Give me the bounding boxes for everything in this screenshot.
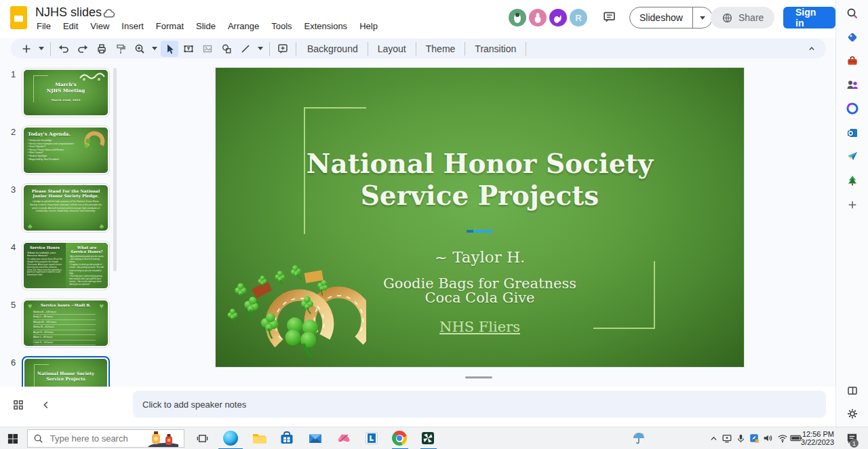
avatar-penguin[interactable]	[509, 9, 526, 26]
action-center-icon[interactable]: 1	[844, 430, 860, 446]
slide-number: 1	[11, 69, 16, 79]
thumb3-title: Please Stand For the National Junior Hon…	[29, 189, 102, 198]
slide-thumbnail-5[interactable]: ♥ ♥ Service hours ~Madi B. Mathew B – 14…	[22, 298, 110, 348]
screen: NJHS slides FileEditViewInsertFormatSlid…	[0, 0, 868, 449]
taskbar-clock[interactable]: 12:56 PM 3/22/2023	[801, 430, 834, 446]
microsoft-store-icon[interactable]	[279, 430, 295, 446]
toolbar-text-button[interactable]: Background	[300, 41, 365, 56]
toolbar-text-buttons: BackgroundLayoutThemeTransition	[300, 41, 529, 56]
toolbar-text-button[interactable]: Transition	[468, 41, 523, 56]
slide-thumbnail-6-selected[interactable]: National Honor Society Service Projects	[22, 356, 110, 387]
stpatricks-banner-decoration	[79, 71, 106, 82]
slide-title[interactable]: National Honor Society Service Projects	[216, 148, 744, 212]
paint-format-icon[interactable]	[112, 41, 130, 57]
zoom-dropdown-icon[interactable]	[150, 41, 159, 57]
menu-item[interactable]: View	[85, 19, 115, 33]
avatar-purple[interactable]	[549, 9, 567, 26]
grid-view-icon[interactable]	[12, 399, 24, 414]
outlook-icon[interactable]	[846, 126, 859, 140]
file-explorer-icon[interactable]	[251, 430, 267, 446]
sidebar-panel-icon[interactable]	[846, 384, 859, 397]
pinwheel-app-icon[interactable]	[420, 430, 436, 446]
avatar-r[interactable]: R	[570, 9, 587, 26]
windows-taskbar: Rain coming 12:56 PM 3/22/2023 1	[0, 427, 868, 449]
edge-browser-icon[interactable]	[222, 430, 239, 446]
line-dropdown-icon[interactable]	[256, 41, 265, 57]
speaker-notes-input[interactable]: Click to add speaker notes	[133, 391, 826, 418]
menu-item[interactable]: Help	[354, 19, 383, 33]
textbox-icon[interactable]	[180, 41, 197, 57]
copilot-icon[interactable]	[846, 102, 859, 115]
document-title[interactable]: NJHS slides	[35, 5, 102, 20]
toolbar-text-button[interactable]: Theme	[419, 41, 462, 56]
l-app-icon[interactable]	[363, 430, 380, 446]
menu-item[interactable]: Tools	[266, 19, 297, 33]
collapse-filmstrip-chevron-icon[interactable]	[41, 399, 52, 413]
toolbox-icon[interactable]	[846, 54, 859, 68]
slide-thumbnail-2[interactable]: Today's Agenda. Going over the pledgeSer…	[22, 125, 110, 175]
insert-image-icon[interactable]	[199, 41, 216, 57]
slide-thumbnail-3[interactable]: Please Stand For the National Junior Hon…	[22, 183, 110, 233]
slideshow-dropdown[interactable]	[692, 7, 712, 28]
new-slide-dropdown-icon[interactable]	[37, 41, 46, 57]
settings-gear-icon[interactable]	[846, 407, 859, 421]
shamrock-decoration: ♣	[28, 222, 33, 230]
avatar-pink[interactable]	[529, 9, 547, 26]
people-icon[interactable]	[846, 78, 859, 92]
slide-number: 2	[11, 127, 16, 137]
slideshow-button[interactable]: Slideshow	[629, 7, 713, 28]
mail-icon[interactable]	[307, 430, 323, 446]
taskbar-search-box[interactable]	[27, 429, 184, 448]
slides-logo-icon[interactable]	[9, 5, 28, 33]
lanterns-decoration	[142, 429, 178, 448]
horseshoe-clovers-decoration	[220, 243, 366, 357]
undo-icon[interactable]	[55, 41, 73, 57]
toolbar: BackgroundLayoutThemeTransition	[11, 39, 826, 58]
clock-time: 12:56 PM	[801, 430, 834, 438]
search-icon[interactable]	[846, 7, 859, 20]
menu-item[interactable]: Insert	[116, 19, 149, 33]
menu-bar: FileEditViewInsertFormatSlideArrangeTool…	[31, 19, 383, 33]
add-panel-plus-icon[interactable]	[846, 198, 859, 212]
slide-canvas[interactable]: National Honor Society Service Projects …	[216, 68, 744, 367]
search-input[interactable]	[49, 433, 137, 444]
filmstrip-scrollbar[interactable]	[113, 68, 117, 271]
thumb4-left-body: To submit your service hours fill out th…	[27, 258, 62, 277]
comments-icon[interactable]	[602, 10, 616, 27]
menu-item[interactable]: Arrange	[222, 19, 264, 33]
slide-thumbnail-4[interactable]: Service Hours When to submit your Servic…	[22, 241, 110, 290]
tree-icon[interactable]	[846, 174, 859, 187]
print-icon[interactable]	[93, 41, 111, 57]
sign-in-label: Sign in	[795, 7, 823, 28]
zoom-icon[interactable]	[131, 41, 149, 57]
thumb5-title: Service hours ~Madi B.	[31, 303, 101, 307]
menu-item[interactable]: File	[31, 19, 56, 33]
menu-item[interactable]: Edit	[58, 19, 83, 33]
menu-item[interactable]: Format	[151, 19, 189, 33]
menu-item[interactable]: Slide	[191, 19, 221, 33]
new-slide-plus-icon[interactable]	[18, 41, 35, 57]
insert-line-icon[interactable]	[237, 41, 254, 57]
speaker-icon[interactable]	[760, 430, 776, 446]
weather-umbrella-icon[interactable]	[631, 430, 647, 446]
toolbar-text-button[interactable]: Layout	[371, 41, 413, 56]
start-button-icon[interactable]	[4, 430, 20, 446]
task-view-icon[interactable]	[194, 430, 210, 446]
pink-app-icon[interactable]	[336, 430, 352, 446]
insert-shape-icon[interactable]	[218, 41, 235, 57]
chrome-icon[interactable]	[391, 430, 408, 446]
menu-item[interactable]: Extensions	[299, 19, 353, 33]
select-cursor-icon[interactable]	[161, 41, 178, 57]
slide-thumbnail-1[interactable]: March's NJHS Meeting March 22nd, 2023	[22, 68, 110, 117]
slide-number: 5	[11, 300, 16, 310]
shopping-tag-icon[interactable]	[846, 31, 859, 44]
add-comment-icon[interactable]	[274, 41, 292, 57]
share-button[interactable]: Share	[711, 7, 774, 28]
paper-plane-icon[interactable]	[846, 149, 859, 163]
redo-icon[interactable]	[74, 41, 92, 57]
heart-clover-decoration: ♥	[28, 302, 33, 310]
hide-menus-chevron-icon[interactable]	[803, 41, 821, 57]
slideshow-label: Slideshow	[639, 12, 683, 23]
filmstrip-resize-handle[interactable]	[465, 376, 492, 378]
sign-in-button[interactable]: Sign in	[783, 7, 835, 28]
